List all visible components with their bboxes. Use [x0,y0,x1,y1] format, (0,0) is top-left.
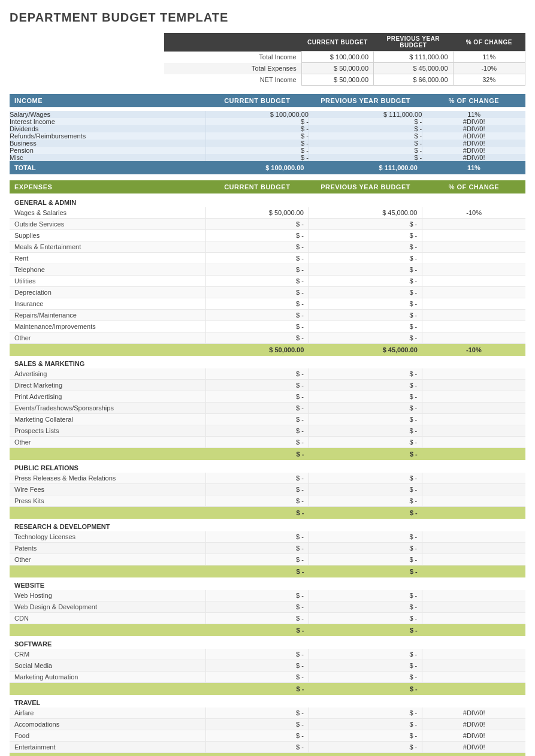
expense-row-change [422,414,525,425]
expense-row-label: Advertising [10,368,205,380]
expense-cat-total-previous: $ - [309,683,422,695]
expense-row-label: Depreciation [10,287,205,298]
expense-cat-total-current: $ - [205,624,309,637]
expense-row-label: Print Advertising [10,391,205,403]
income-row-previous: $ - [309,132,422,140]
income-data-row: Interest Income $ - $ - #DIV/0! [10,118,525,125]
expense-data-row: Outside Services $ - $ - [10,219,525,230]
expense-row-previous: $ - [309,719,422,730]
expense-cat-total-label [10,753,205,757]
expense-row-current: $ - [205,554,309,566]
expense-cat-total-change [422,566,525,578]
expense-row-previous: $ - [309,276,422,287]
expense-data-row: Social Media $ - $ - [10,660,525,672]
expense-row-change [422,437,525,448]
expense-cat-total-label [10,344,205,356]
expense-data-row: Marketing Collateral $ - $ - [10,414,525,425]
expense-row-label: Airfare [10,707,205,719]
income-row-change: #DIV/0! [422,118,525,125]
expense-cat-total-change: #DIV/0! [422,753,525,757]
expense-row-label: Insurance [10,298,205,310]
expense-row-label: Prospects Lists [10,425,205,437]
income-row-change: #DIV/0! [422,147,525,154]
expense-row-label: Press Releases & Media Relations [10,473,205,484]
expense-row-previous: $ - [309,590,422,601]
expense-data-row: Press Kits $ - $ - [10,495,525,507]
expense-row-previous: $ - [309,484,422,495]
expense-data-row: Wages & Salaries $ 50,000.00 $ 45,000.00… [10,207,525,219]
expense-row-current: $ - [205,707,309,719]
income-row-change: #DIV/0! [422,125,525,132]
income-row-label: Salary/Wages [10,111,205,118]
expense-row-current: $ - [205,543,309,554]
expense-row-change [422,672,525,683]
expense-data-row: CRM $ - $ - [10,649,525,660]
expense-row-previous: $ - [309,660,422,672]
expense-row-change [422,241,525,253]
income-row-current: $ - [205,147,309,154]
expense-row-change [422,321,525,332]
expense-category-label: PUBLIC RELATIONS [10,461,525,473]
expense-category-label: WEBSITE [10,579,525,590]
expense-row-current: $ - [205,241,309,253]
summary-row-current: $ 50,000.00 [301,74,373,86]
expense-category-header: SOFTWARE [10,637,525,649]
expense-data-row: Wire Fees $ - $ - [10,484,525,495]
expense-row-label: CDN [10,613,205,624]
expense-row-change [422,332,525,344]
expense-data-row: Airfare $ - $ - #DIV/0! [10,707,525,719]
expense-cat-total-label [10,683,205,695]
expense-row-current: $ - [205,473,309,484]
expense-row-previous: $ - [309,554,422,566]
expense-cat-total-label [10,566,205,578]
expense-row-change [422,403,525,414]
expense-row-previous: $ - [309,730,422,742]
expense-row-label: Patents [10,543,205,554]
expenses-table: EXPENSES CURRENT BUDGET PREVIOUS YEAR BU… [10,180,525,756]
summary-row-current: $ 50,000.00 [301,63,373,74]
expense-data-row: Food $ - $ - #DIV/0! [10,730,525,742]
expenses-section-label: EXPENSES [10,180,205,193]
expense-row-previous: $ - [309,380,422,391]
expense-row-previous: $ - [309,321,422,332]
expense-row-previous: $ - [309,253,422,264]
expense-row-change [422,298,525,310]
expense-row-current: $ - [205,368,309,380]
expense-data-row: Other $ - $ - [10,437,525,448]
expense-category-total: $ - $ - [10,683,525,695]
expense-data-row: CDN $ - $ - [10,613,525,624]
expense-row-change: -10% [422,207,525,219]
income-section-header: INCOME CURRENT BUDGET PREVIOUS YEAR BUDG… [10,94,525,107]
expense-row-change [422,495,525,507]
expense-row-previous: $ - [309,368,422,380]
expense-row-previous: $ - [309,310,422,321]
expense-row-current: $ - [205,672,309,683]
income-row-current: $ 100,000.00 [205,111,309,118]
income-data-row: Dividends $ - $ - #DIV/0! [10,125,525,132]
expense-row-label: Repairs/Maintenance [10,310,205,321]
income-row-label: Interest Income [10,118,205,125]
expense-row-previous: $ - [309,219,422,230]
expense-row-change [422,380,525,391]
summary-row: Total Expenses $ 50,000.00 $ 45,000.00 -… [164,63,525,74]
expense-row-change: #DIV/0! [422,719,525,730]
summary-row-label: Total Income [164,52,301,63]
expense-row-previous: $ - [309,672,422,683]
expense-category-total: $ - $ - [10,566,525,578]
expense-row-change [422,219,525,230]
income-row-current: $ - [205,132,309,140]
expense-row-change [422,660,525,672]
expense-category-total: $ - $ - [10,448,525,461]
expenses-col-previous: PREVIOUS YEAR BUDGET [309,180,422,193]
expense-row-label: Other [10,437,205,448]
income-row-previous: $ - [309,154,422,161]
expense-category-header: RESEARCH & DEVELOPMENT [10,520,525,531]
expense-data-row: Print Advertising $ - $ - [10,391,525,403]
expense-cat-total-change [422,448,525,461]
expense-category-total: $ - $ - [10,507,525,519]
expense-row-current: $ - [205,219,309,230]
expense-row-previous: $ - [309,264,422,276]
income-total-label: TOTAL [10,161,205,174]
expense-cat-total-current: $ 50,000.00 [205,344,309,356]
expense-row-change [422,368,525,380]
